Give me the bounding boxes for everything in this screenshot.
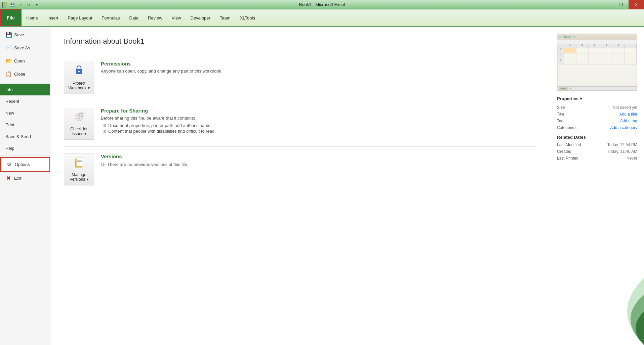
prop-tags-label: Tags bbox=[557, 119, 584, 123]
sidebar-divider-1 bbox=[0, 82, 50, 82]
last-printed-value: Never bbox=[584, 156, 637, 161]
save-icon: 💾 bbox=[5, 32, 11, 38]
protect-workbook-button[interactable]: ProtectWorkbook ▾ bbox=[64, 61, 94, 94]
prop-title-value[interactable]: Add a title bbox=[584, 112, 637, 117]
tab-page-layout[interactable]: Page Layout bbox=[63, 9, 97, 26]
tab-review[interactable]: Review bbox=[143, 9, 167, 26]
prop-categories-row: Categories Add a category bbox=[557, 125, 637, 130]
sharing-list: Document properties, printer path and au… bbox=[101, 123, 536, 134]
list-item-text-1: Document properties, printer path and au… bbox=[108, 123, 211, 128]
manage-versions-label: ManageVersions ▾ bbox=[70, 172, 88, 182]
sidebar-item-save[interactable]: 💾 Save bbox=[0, 28, 50, 41]
open-icon: 📂 bbox=[5, 58, 11, 64]
prop-tags-value[interactable]: Add a tag bbox=[584, 119, 637, 123]
options-icon: ⚙ bbox=[6, 161, 12, 168]
quick-more-btn[interactable]: ▾ bbox=[33, 1, 40, 8]
versions-text: There are no previous versions of this f… bbox=[107, 162, 188, 167]
sidebar-help-label: Help bbox=[5, 146, 14, 151]
tab-insert[interactable]: Insert bbox=[43, 9, 63, 26]
quick-save-btn[interactable]: 💾 bbox=[9, 1, 16, 8]
versions-row: ⟳ There are no previous versions of this… bbox=[101, 161, 536, 168]
tab-xltools[interactable]: XLTools bbox=[235, 9, 260, 26]
prop-title-label: Title bbox=[557, 112, 584, 117]
ribbon: File Home Insert Page Layout Formulas Da… bbox=[0, 9, 644, 27]
properties-title: Properties ▾ bbox=[557, 96, 582, 101]
last-modified-label: Last Modified bbox=[557, 142, 584, 147]
content-area: Information about Book1 ProtectWorkbook … bbox=[50, 27, 550, 345]
sharing-text: Before sharing this file, be aware that … bbox=[101, 116, 536, 121]
tab-data[interactable]: Data bbox=[125, 9, 143, 26]
prop-categories-value[interactable]: Add a category bbox=[584, 125, 637, 130]
list-item: Document properties, printer path and au… bbox=[104, 123, 536, 128]
versions-header: Versions bbox=[101, 154, 536, 159]
protect-workbook-label: ProtectWorkbook ▾ bbox=[68, 81, 89, 90]
exit-icon: ✖ bbox=[5, 175, 11, 181]
quick-redo-btn[interactable]: ↪ bbox=[25, 1, 32, 8]
lock-icon bbox=[74, 64, 84, 78]
tab-developer[interactable]: Developer bbox=[186, 9, 215, 26]
sidebar-options-label: Options bbox=[15, 162, 30, 167]
right-panel: Sheet1 A B C D E 1 bbox=[550, 27, 644, 345]
sidebar-save-as-label: Save As bbox=[14, 45, 30, 50]
quick-undo-btn[interactable]: ↩ bbox=[17, 1, 24, 8]
sidebar-item-info[interactable]: Info bbox=[0, 84, 50, 95]
maximize-btn[interactable]: ❐ bbox=[613, 0, 629, 9]
window-title: Book1 - Microsoft Excel bbox=[299, 2, 345, 7]
sidebar-save-send-label: Save & Send bbox=[5, 134, 31, 139]
save-as-icon: 📄 bbox=[5, 45, 11, 51]
check-issues-label: Check forIssues ▾ bbox=[70, 127, 87, 136]
sidebar-save-label: Save bbox=[14, 32, 24, 37]
sidebar-item-options[interactable]: ⚙ Options bbox=[0, 157, 50, 172]
versions-content: Versions ⟳ There are no previous version… bbox=[101, 154, 536, 168]
sidebar-recent-label: Recent bbox=[5, 99, 19, 104]
sharing-content: Prepare for Sharing Before sharing this … bbox=[101, 108, 536, 134]
sidebar-open-label: Open bbox=[14, 58, 25, 63]
sidebar-item-close[interactable]: 📋 Close bbox=[0, 68, 50, 81]
last-printed-label: Last Printed bbox=[557, 156, 584, 161]
preview-toolbar bbox=[557, 40, 637, 44]
check-issues-button[interactable]: ! ? Check forIssues ▾ bbox=[64, 108, 94, 140]
prop-size-row: Size Not saved yet bbox=[557, 105, 637, 110]
title-bar: 📗 💾 ↩ ↪ ▾ Book1 - Microsoft Excel — ❐ ✕ bbox=[0, 0, 644, 9]
minimize-btn[interactable]: — bbox=[598, 0, 613, 9]
properties-section: Properties ▾ Size Not saved yet Title Ad… bbox=[557, 96, 637, 161]
list-item: Content that people with disabilities fi… bbox=[104, 128, 536, 134]
main-layout: 💾 Save 📄 Save As 📂 Open 📋 Close Info Rec… bbox=[0, 27, 644, 345]
close-btn[interactable]: ✕ bbox=[629, 0, 644, 9]
sharing-header: Prepare for Sharing bbox=[101, 108, 536, 114]
svg-rect-10 bbox=[76, 158, 83, 166]
prop-tags-row: Tags Add a tag bbox=[557, 119, 637, 123]
tab-formulas[interactable]: Formulas bbox=[97, 9, 124, 26]
manage-versions-button[interactable]: ManageVersions ▾ bbox=[64, 154, 94, 185]
sidebar-new-label: New bbox=[5, 111, 14, 116]
tab-home[interactable]: Home bbox=[22, 9, 43, 26]
tab-file[interactable]: File bbox=[0, 9, 22, 26]
svg-rect-3 bbox=[79, 72, 79, 73]
created-row: Created Today, 11:40 AM bbox=[557, 149, 637, 154]
last-printed-row: Last Printed Never bbox=[557, 156, 637, 161]
sidebar-item-exit[interactable]: ✖ Exit bbox=[0, 172, 50, 185]
bullet-icon bbox=[104, 124, 106, 127]
window-controls: — ❐ ✕ bbox=[598, 0, 644, 9]
sidebar-item-recent[interactable]: Recent bbox=[0, 95, 50, 107]
sidebar-item-save-as[interactable]: 📄 Save As bbox=[0, 41, 50, 54]
sidebar-item-print[interactable]: Print bbox=[0, 119, 50, 131]
sidebar-item-new[interactable]: New bbox=[0, 107, 50, 119]
preview-header: Sheet1 bbox=[557, 34, 637, 40]
bullet-icon bbox=[104, 130, 106, 133]
sidebar-exit-label: Exit bbox=[14, 176, 22, 181]
tab-view[interactable]: View bbox=[167, 9, 186, 26]
prop-categories-label: Categories bbox=[557, 125, 584, 130]
sidebar-close-label: Close bbox=[14, 72, 25, 77]
permissions-section: ProtectWorkbook ▾ Permissions Anyone can… bbox=[64, 54, 536, 101]
sidebar-item-open[interactable]: 📂 Open bbox=[0, 54, 50, 68]
permissions-text: Anyone can open, copy, and change any pa… bbox=[101, 69, 536, 74]
properties-header: Properties ▾ bbox=[557, 96, 637, 101]
excel-icon: 📗 bbox=[1, 2, 8, 8]
tab-team[interactable]: Team bbox=[215, 9, 235, 26]
sharing-section: ! ? Check forIssues ▾ Prepare for Sharin… bbox=[64, 101, 536, 146]
svg-text:?: ? bbox=[81, 113, 83, 117]
sidebar-item-save-send[interactable]: Save & Send bbox=[0, 131, 50, 142]
sidebar-item-help[interactable]: Help bbox=[0, 142, 50, 154]
created-label: Created bbox=[557, 149, 584, 154]
